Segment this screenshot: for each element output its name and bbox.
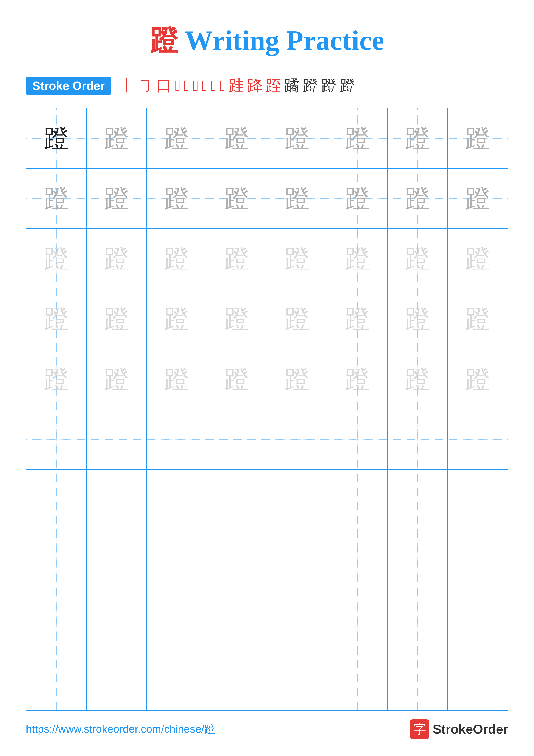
grid-cell-r3-c1: 蹬 bbox=[87, 289, 146, 349]
grid-cell-r0-c0: 蹬 bbox=[26, 108, 87, 168]
grid-cell-r7-c5 bbox=[327, 530, 387, 590]
grid-cell-r7-c0 bbox=[26, 530, 87, 590]
practice-char-r3-c5: 蹬 bbox=[345, 307, 369, 331]
grid-cell-r8-c2 bbox=[147, 590, 207, 650]
stroke-6: 𠃌 bbox=[193, 78, 198, 93]
page-title: 蹬 Writing Practice bbox=[26, 21, 508, 60]
practice-char-r2-c1: 蹬 bbox=[104, 246, 129, 271]
grid-cell-r7-c3 bbox=[207, 530, 267, 590]
practice-char-r0-c1: 蹬 bbox=[104, 126, 129, 150]
grid-cell-r8-c0 bbox=[26, 590, 87, 650]
practice-char-r0-c7: 蹬 bbox=[465, 126, 490, 150]
practice-char-r1-c2: 蹬 bbox=[165, 186, 189, 211]
grid-cell-r6-c1 bbox=[87, 470, 146, 529]
practice-char-r2-c5: 蹬 bbox=[345, 246, 369, 271]
practice-char-r0-c2: 蹬 bbox=[165, 126, 189, 150]
grid-cell-r9-c0 bbox=[26, 650, 87, 710]
grid-cell-r5-c2 bbox=[147, 409, 207, 470]
grid-cell-r9-c6 bbox=[387, 650, 447, 710]
practice-char-r4-c6: 蹬 bbox=[405, 367, 430, 392]
grid-cell-r7-c2 bbox=[147, 530, 207, 590]
practice-char-r4-c4: 蹬 bbox=[285, 367, 310, 392]
grid-cell-r6-c3 bbox=[207, 470, 267, 529]
stroke-4: 𠃊 bbox=[175, 78, 181, 93]
grid-cell-r9-c2 bbox=[147, 650, 207, 710]
grid-cell-r3-c7: 蹬 bbox=[447, 289, 508, 349]
grid-cell-r0-c2: 蹬 bbox=[147, 108, 207, 168]
practice-grid: 蹬蹬蹬蹬蹬蹬蹬蹬蹬蹬蹬蹬蹬蹬蹬蹬蹬蹬蹬蹬蹬蹬蹬蹬蹬蹬蹬蹬蹬蹬蹬蹬蹬蹬蹬蹬蹬蹬蹬蹬 bbox=[26, 108, 508, 711]
practice-char-r4-c3: 蹬 bbox=[224, 367, 249, 392]
grid-cell-r5-c7 bbox=[447, 409, 508, 470]
grid-cell-r6-c0 bbox=[26, 470, 87, 529]
practice-char-r4-c5: 蹬 bbox=[345, 367, 369, 392]
footer-logo-char: 字 bbox=[413, 720, 426, 738]
grid-cell-r0-c1: 蹬 bbox=[87, 108, 146, 168]
stroke-2: ㇆ bbox=[138, 78, 153, 93]
title-char: 蹬 bbox=[150, 25, 178, 56]
stroke-10: 跬 bbox=[229, 78, 244, 93]
practice-char-r2-c2: 蹬 bbox=[165, 246, 189, 271]
grid-cell-r2-c0: 蹬 bbox=[26, 229, 87, 289]
grid-cell-r2-c3: 蹬 bbox=[207, 229, 267, 289]
grid-cell-r3-c6: 蹬 bbox=[387, 289, 447, 349]
grid-cell-r3-c4: 蹬 bbox=[267, 289, 327, 349]
practice-char-r2-c0: 蹬 bbox=[44, 246, 69, 271]
grid-cell-r8-c3 bbox=[207, 590, 267, 650]
practice-char-r3-c4: 蹬 bbox=[285, 307, 310, 331]
grid-cell-r2-c7: 蹬 bbox=[447, 229, 508, 289]
grid-cell-r5-c1 bbox=[87, 409, 146, 470]
grid-cell-r5-c4 bbox=[267, 409, 327, 470]
grid-cell-r6-c7 bbox=[447, 470, 508, 529]
grid-cell-r7-c6 bbox=[387, 530, 447, 590]
grid-cell-r6-c5 bbox=[327, 470, 387, 529]
grid-cell-r8-c6 bbox=[387, 590, 447, 650]
stroke-14: 蹬 bbox=[303, 78, 318, 93]
stroke-16: 蹬 bbox=[340, 78, 355, 93]
grid-cell-r4-c4: 蹬 bbox=[267, 349, 327, 409]
practice-char-r0-c4: 蹬 bbox=[285, 126, 310, 150]
practice-char-r3-c1: 蹬 bbox=[104, 307, 129, 331]
grid-cell-r7-c1 bbox=[87, 530, 146, 590]
practice-char-r4-c1: 蹬 bbox=[104, 367, 129, 392]
grid-cell-r3-c5: 蹬 bbox=[327, 289, 387, 349]
practice-char-r0-c0: 蹬 bbox=[44, 126, 69, 150]
grid-cell-r6-c2 bbox=[147, 470, 207, 529]
grid-cell-r0-c7: 蹬 bbox=[447, 108, 508, 168]
practice-char-r0-c3: 蹬 bbox=[224, 126, 249, 150]
stroke-12: 跮 bbox=[266, 78, 281, 93]
grid-cell-r9-c7 bbox=[447, 650, 508, 710]
grid-cell-r0-c3: 蹬 bbox=[207, 108, 267, 168]
practice-char-r1-c7: 蹬 bbox=[465, 186, 490, 211]
grid-cell-r7-c7 bbox=[447, 530, 508, 590]
grid-cell-r2-c6: 蹬 bbox=[387, 229, 447, 289]
grid-cell-r9-c4 bbox=[267, 650, 327, 710]
grid-cell-r6-c4 bbox=[267, 470, 327, 529]
grid-cell-r1-c0: 蹬 bbox=[26, 168, 87, 229]
stroke-15: 蹬 bbox=[321, 78, 337, 93]
grid-cell-r2-c5: 蹬 bbox=[327, 229, 387, 289]
stroke-8: 𠃎 bbox=[211, 78, 216, 93]
stroke-1: 丨 bbox=[119, 78, 135, 93]
practice-char-r3-c6: 蹬 bbox=[405, 307, 430, 331]
grid-cell-r0-c5: 蹬 bbox=[327, 108, 387, 168]
title-suffix: Writing Practice bbox=[178, 25, 384, 56]
practice-char-r0-c6: 蹬 bbox=[405, 126, 430, 150]
grid-cell-r1-c1: 蹬 bbox=[87, 168, 146, 229]
grid-cell-r4-c3: 蹬 bbox=[207, 349, 267, 409]
stroke-13: 蹫 bbox=[284, 78, 299, 93]
grid-cell-r3-c3: 蹬 bbox=[207, 289, 267, 349]
grid-cell-r8-c5 bbox=[327, 590, 387, 650]
practice-char-r1-c0: 蹬 bbox=[44, 186, 69, 211]
grid-cell-r5-c0 bbox=[26, 409, 87, 470]
grid-cell-r4-c5: 蹬 bbox=[327, 349, 387, 409]
practice-char-r4-c7: 蹬 bbox=[465, 367, 490, 392]
practice-char-r2-c4: 蹬 bbox=[285, 246, 310, 271]
grid-cell-r2-c4: 蹬 bbox=[267, 229, 327, 289]
grid-cell-r7-c4 bbox=[267, 530, 327, 590]
footer-logo: 字 StrokeOrder bbox=[410, 719, 508, 739]
grid-cell-r1-c7: 蹬 bbox=[447, 168, 508, 229]
grid-cell-r2-c1: 蹬 bbox=[87, 229, 146, 289]
grid-cell-r3-c0: 蹬 bbox=[26, 289, 87, 349]
grid-cell-r3-c2: 蹬 bbox=[147, 289, 207, 349]
practice-char-r2-c3: 蹬 bbox=[224, 246, 249, 271]
